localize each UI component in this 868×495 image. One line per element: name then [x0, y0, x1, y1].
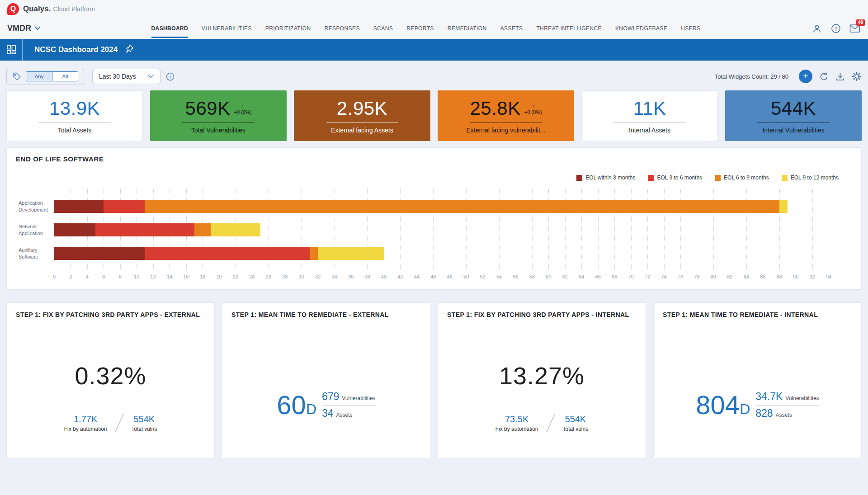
- days-value: 804: [696, 390, 740, 420]
- step-card-title: STEP 1: MEAN TIME TO REMEDIATE - INTERNA…: [663, 311, 852, 318]
- bar-segment[interactable]: [54, 223, 95, 236]
- download-icon[interactable]: [835, 72, 845, 81]
- bar-segment[interactable]: [54, 247, 145, 260]
- step-card-mttr-internal[interactable]: STEP 1: MEAN TIME TO REMEDIATE - INTERNA…: [653, 302, 862, 458]
- app-name: VMDR: [7, 24, 31, 33]
- tag-filter-group: Any All: [6, 68, 84, 85]
- ratio-row: 73.5K Fix by automation 554K Total vulns: [447, 413, 637, 433]
- stat-value: 569K: [185, 98, 231, 119]
- bar-segment[interactable]: [310, 247, 318, 260]
- step-card-fix-patching-internal[interactable]: STEP 1: FIX BY PATCHING 3RD PARTY APPS -…: [438, 302, 646, 458]
- tab-vulnerabilities[interactable]: VULNERABILITIES: [202, 19, 252, 38]
- bar-segment[interactable]: [779, 200, 788, 213]
- filter-actions: Total Widgets Count: 29 / 80 +: [715, 70, 862, 83]
- x-axis-tick: 76: [678, 274, 683, 279]
- tab-scans[interactable]: SCANS: [373, 19, 393, 38]
- step-cards-row: STEP 1: FIX BY PATCHING 3RD PARTY APPS -…: [0, 296, 868, 458]
- stat-label: External facing Assets: [331, 127, 393, 134]
- dashboard-bar: NCSC Dashboard 2024: [0, 39, 868, 61]
- legend-label: EOL 9 to 12 months: [791, 174, 839, 181]
- top-header: Q Qualys. Cloud Platform: [0, 0, 868, 18]
- user-icon[interactable]: [811, 23, 823, 34]
- x-axis-tick: 46: [430, 274, 436, 279]
- x-axis-tick: 34: [331, 274, 337, 279]
- x-axis-tick: 82: [727, 274, 732, 279]
- ratio-left-value: 1.77K: [74, 414, 97, 424]
- tab-knowledgebase[interactable]: KNOWLEDGEBASE: [615, 19, 667, 38]
- ratio-right-label: Total vulns: [563, 426, 589, 432]
- tab-responses[interactable]: RESPONSES: [325, 19, 360, 38]
- app-selector[interactable]: VMDR: [7, 24, 41, 33]
- stat-card-0[interactable]: 13.9KTotal Assets: [6, 90, 143, 141]
- step-card-mttr-external[interactable]: STEP 1: MEAN TIME TO REMEDIATE - EXTERNA…: [222, 302, 430, 458]
- bar-segment[interactable]: [194, 223, 211, 236]
- bar-segment[interactable]: [145, 200, 779, 213]
- slash-divider: [546, 414, 555, 432]
- help-icon[interactable]: ?: [830, 23, 842, 34]
- days-block: 804D 34.7K Vulnerabilities 828 Assets: [663, 390, 852, 420]
- stat-card-4[interactable]: 11KInternal Assets: [581, 90, 718, 141]
- step-card-title: STEP 1: FIX BY PATCHING 3RD PARTY APPS -…: [447, 311, 637, 318]
- tab-remediation[interactable]: REMEDIATION: [448, 19, 487, 38]
- header-icons: ? 48: [811, 23, 861, 34]
- x-axis-tick: 20: [216, 274, 222, 279]
- tab-prioritization[interactable]: PRIORITIZATION: [265, 19, 311, 38]
- tab-reports[interactable]: REPORTS: [406, 19, 434, 38]
- refresh-icon[interactable]: [819, 72, 829, 81]
- chevron-down-icon: [148, 75, 154, 78]
- stat-card-5[interactable]: 544KInternal Vulnerabilities: [725, 90, 862, 141]
- bar-segment[interactable]: [95, 223, 194, 236]
- stat-card-1[interactable]: 569K↑+0 (0%)Total Vulnerabilities: [150, 90, 287, 141]
- tag-match-all-button[interactable]: All: [52, 72, 78, 81]
- date-range-select[interactable]: Last 30 Days: [92, 69, 160, 84]
- ratio-right-value: 554K: [133, 414, 155, 424]
- legend-item[interactable]: EOL within 3 months: [576, 174, 635, 181]
- assets-label: Assets: [336, 412, 353, 418]
- x-axis-tick: 30: [299, 274, 304, 279]
- ratio-right: 554K Total vulns: [132, 414, 157, 432]
- ratio-left-label: Fix by automation: [64, 426, 107, 432]
- tag-match-any-button[interactable]: Any: [26, 72, 52, 81]
- x-axis-tick: 42: [397, 274, 403, 279]
- add-widget-button[interactable]: +: [799, 70, 812, 83]
- vulnerabilities-label: Vulnerabilities: [342, 395, 375, 401]
- percent-value: 0.32%: [16, 362, 205, 390]
- pin-icon[interactable]: [124, 45, 134, 55]
- x-axis-tick: 28: [282, 274, 288, 279]
- bar-segment[interactable]: [318, 247, 384, 260]
- ratio-left: 1.77K Fix by automation: [64, 414, 107, 432]
- info-icon[interactable]: [166, 72, 175, 81]
- ratio-left: 73.5K Fix by automation: [495, 414, 538, 432]
- bar-segment[interactable]: [211, 223, 260, 236]
- legend-item[interactable]: EOL 6 to 9 months: [715, 174, 769, 181]
- stat-delta: ↑+0 (0%): [524, 104, 542, 115]
- x-axis-tick: 6: [102, 274, 105, 279]
- x-axis-tick: 40: [381, 274, 387, 279]
- bar-segment[interactable]: [54, 200, 104, 213]
- eol-software-widget: END OF LIFE SOFTWARE EOL within 3 months…: [6, 147, 862, 290]
- category-label: Network Application: [19, 223, 53, 236]
- tag-icon: [12, 72, 21, 81]
- legend-label: EOL 6 to 9 months: [724, 174, 769, 181]
- tab-assets[interactable]: ASSETS: [500, 19, 523, 38]
- tab-dashboard[interactable]: DASHBOARD: [151, 19, 189, 38]
- step-card-fix-patching-external[interactable]: STEP 1: FIX BY PATCHING 3RD PARTY APPS -…: [6, 302, 215, 458]
- x-axis-tick: 74: [661, 274, 666, 279]
- stat-value: 25.8K: [470, 98, 520, 119]
- bar-segment[interactable]: [145, 247, 309, 260]
- vulnerabilities-count: 34.7K: [755, 391, 783, 403]
- messages-icon[interactable]: 48: [849, 23, 861, 34]
- gear-icon[interactable]: [852, 71, 862, 81]
- dashboard-picker-icon[interactable]: [0, 39, 23, 61]
- tab-threat-intelligence[interactable]: THREAT INTELLIGENCE: [536, 19, 602, 38]
- x-axis-tick: 48: [447, 274, 453, 279]
- x-axis-tick: 10: [134, 274, 139, 279]
- legend-item[interactable]: EOL 9 to 12 months: [782, 174, 839, 181]
- legend-item[interactable]: EOL 3 to 6 months: [648, 174, 702, 181]
- stat-card-2[interactable]: 2.95KExternal facing Assets: [294, 90, 430, 141]
- stat-card-3[interactable]: 25.8K↑+0 (0%)External facing vulnerabili…: [438, 90, 574, 141]
- bar-segment[interactable]: [104, 200, 145, 213]
- tab-users[interactable]: USERS: [681, 19, 700, 38]
- chart-category-labels: Application DevelopmentNetwork Applicati…: [16, 189, 54, 270]
- bar-row: [54, 247, 829, 260]
